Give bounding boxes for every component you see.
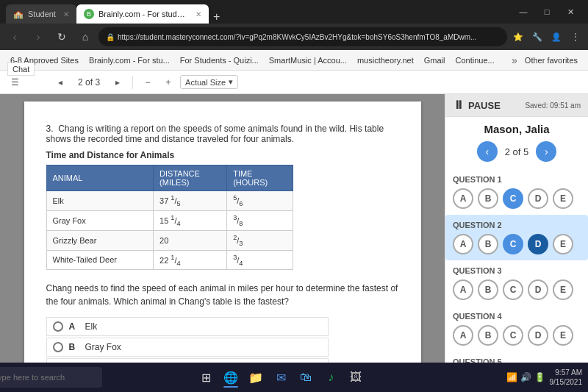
q3-option-d[interactable]: D: [528, 279, 548, 300]
bookmark-smartmusic[interactable]: SmartMusic | Accou...: [265, 54, 351, 66]
taskbar-browser-icon[interactable]: 🌐: [219, 366, 243, 389]
q1-option-e[interactable]: E: [553, 188, 573, 209]
choice-text-a: Elk: [85, 321, 98, 332]
taskbar-music-icon[interactable]: ♪: [319, 366, 343, 389]
address-bar-row: ‹ › ↻ ⌂ 🔒 https://student.masteryconnect…: [0, 24, 588, 50]
reload-button[interactable]: ↻: [51, 26, 72, 47]
taskbar-mail-icon[interactable]: ✉: [269, 366, 293, 389]
q1-option-d[interactable]: D: [528, 188, 548, 209]
q4-option-d[interactable]: D: [528, 325, 548, 346]
sidebar-toggle[interactable]: ☰: [6, 74, 24, 91]
taskbar-apps: ⊞ 🌐 📁 ✉ 🛍 ♪ 🖼: [59, 366, 503, 389]
student-name: Mason, Jalia: [445, 117, 588, 138]
back-button[interactable]: ‹: [4, 26, 25, 47]
question-counter: 2 of 5: [505, 146, 529, 157]
question-1-options: A B C D E: [453, 188, 581, 209]
q3-option-b[interactable]: B: [478, 279, 498, 300]
ext-icon-2[interactable]: 🔧: [529, 29, 545, 45]
taskbar-search[interactable]: [32, 366, 56, 389]
answer-choice-b[interactable]: B Gray Fox: [46, 338, 329, 357]
q3-option-e[interactable]: E: [553, 279, 573, 300]
q3-option-c[interactable]: C: [503, 279, 523, 300]
pause-label: PAUSE: [468, 100, 501, 111]
taskbar-clock: 9:57 AM 9/15/2021: [550, 368, 583, 387]
minimize-button[interactable]: —: [512, 4, 535, 19]
tab-student-label: Student: [28, 10, 56, 18]
q4-option-e[interactable]: E: [553, 325, 573, 346]
cell-animal-3: Grizzly Bear: [46, 230, 154, 250]
q1-option-a[interactable]: A: [453, 188, 473, 209]
zoom-in-button[interactable]: +: [159, 74, 177, 91]
pause-icon: ⏸: [453, 99, 465, 112]
table-title: Time and Distance for Animals: [46, 150, 399, 160]
tab-student[interactable]: 🏫 Student ✕: [6, 4, 76, 24]
forward-button[interactable]: ›: [28, 26, 49, 47]
bookmarks-bar: 6-8 Approved Sites Brainly.com - For stu…: [0, 50, 588, 71]
close-button[interactable]: ✕: [559, 4, 582, 19]
bookmark-musictheory[interactable]: musictheory.net: [353, 54, 418, 66]
bookmark-brainly[interactable]: Brainly.com - For stu...: [85, 54, 174, 66]
lock-icon: 🔒: [106, 33, 115, 41]
search-input[interactable]: [0, 367, 102, 388]
bookmark-other-favorites[interactable]: Other favorites: [520, 54, 582, 66]
next-page-button[interactable]: ▸: [109, 74, 126, 91]
q4-option-b[interactable]: B: [478, 325, 498, 346]
ext-icon-1[interactable]: ⭐: [510, 29, 526, 45]
q2-option-e[interactable]: E: [553, 234, 573, 254]
taskbar-store-icon[interactable]: 🛍: [294, 366, 318, 389]
q3-option-a[interactable]: A: [453, 279, 473, 300]
radio-a[interactable]: [53, 321, 63, 332]
tab-brainly-icon: B: [84, 9, 94, 19]
taskbar-photos-icon[interactable]: 🖼: [344, 366, 368, 389]
document-area[interactable]: 3. Chang is writing a report on the spee…: [0, 94, 445, 363]
prev-question-button[interactable]: ‹: [477, 141, 498, 162]
browser-chrome: 🏫 Student ✕ B Brainly.com - For students…: [0, 0, 588, 94]
ext-icon-3[interactable]: 👤: [548, 29, 564, 45]
question-number: 3. Chang is writing a report on the spee…: [46, 124, 399, 144]
q2-option-b[interactable]: B: [478, 234, 498, 254]
windows-taskbar: ⊞ 🌐 📁 ✉ 🛍 ♪ 🖼 📶 🔊 🔋 9:57 AM 9/15/2021: [0, 363, 588, 392]
time-display: 9:57 AM: [550, 368, 583, 377]
extension-icons: ⭐ 🔧 👤 ⋮: [510, 29, 584, 45]
next-question-button[interactable]: ›: [536, 141, 556, 162]
bookmark-gmail[interactable]: Gmail: [420, 54, 450, 66]
col-header-distance: DISTANCE(MILES): [154, 165, 227, 191]
window-controls: — □ ✕: [512, 4, 582, 19]
system-icons: 📶 🔊 🔋: [506, 372, 545, 382]
new-tab-button[interactable]: +: [209, 10, 224, 24]
question-5-section: QUESTION 5: [445, 352, 588, 363]
q1-option-b[interactable]: B: [478, 188, 498, 209]
answer-choice-c[interactable]: C Grizzly Bear: [46, 358, 329, 363]
tab-brainly-close[interactable]: ✕: [196, 10, 201, 18]
q2-option-c[interactable]: C: [503, 234, 523, 254]
pause-button[interactable]: ⏸ PAUSE: [453, 99, 501, 112]
q2-option-d[interactable]: D: [528, 234, 548, 254]
taskbar-file-icon[interactable]: 📁: [244, 366, 268, 389]
prev-page-button[interactable]: ◂: [51, 74, 69, 91]
zoom-out-button[interactable]: −: [139, 74, 157, 91]
date-display: 9/15/2021: [550, 377, 583, 387]
bookmark-for-students[interactable]: For Students - Quizi...: [176, 54, 263, 66]
address-box[interactable]: 🔒 https://student.masteryconnect.com/?iv…: [98, 27, 507, 46]
q4-option-c[interactable]: C: [503, 325, 523, 346]
follow-up-text: Chang needs to find the speed of each an…: [46, 282, 399, 308]
home-button[interactable]: ⌂: [75, 26, 96, 47]
tab-brainly[interactable]: B Brainly.com - For students. By si... ✕: [76, 4, 209, 24]
question-3-label: QUESTION 3: [453, 266, 581, 275]
taskbar-apps-icon[interactable]: ⊞: [194, 366, 218, 389]
answer-choice-a[interactable]: A Elk: [46, 317, 329, 336]
choice-letter-b: B: [69, 342, 79, 352]
q4-option-a[interactable]: A: [453, 325, 473, 346]
radio-b[interactable]: [53, 342, 63, 352]
bookmark-continue[interactable]: Continue...: [451, 54, 499, 66]
bookmarks-more[interactable]: »: [512, 54, 517, 66]
maximize-button[interactable]: □: [535, 4, 559, 19]
q1-option-c[interactable]: C: [503, 188, 523, 209]
address-text: https://student.masteryconnect.com/?iv=g…: [118, 33, 476, 41]
menu-button[interactable]: ⋮: [567, 29, 584, 45]
q2-option-a[interactable]: A: [453, 234, 473, 254]
zoom-select-box[interactable]: Actual Size ▾: [180, 75, 238, 89]
question-5-label: QUESTION 5: [453, 357, 581, 363]
tab-student-close[interactable]: ✕: [63, 10, 69, 18]
tab-student-icon: 🏫: [13, 10, 24, 19]
